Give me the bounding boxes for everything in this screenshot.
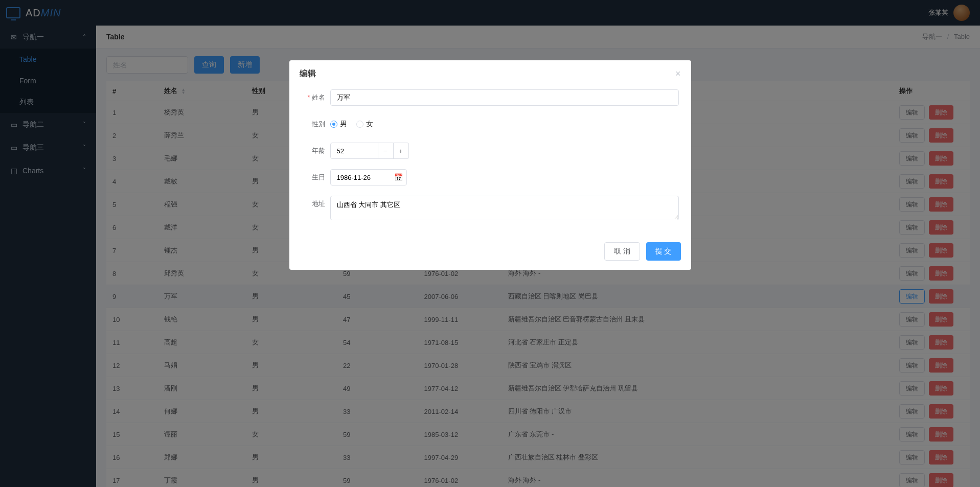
label-gender: 性别 — [302, 116, 330, 132]
submit-button[interactable]: 提 交 — [646, 242, 681, 261]
age-decrease-button[interactable]: − — [378, 143, 394, 159]
calendar-icon[interactable]: 📅 — [394, 173, 403, 181]
radio-male[interactable]: 男 — [330, 120, 347, 129]
label-age: 年龄 — [302, 143, 330, 159]
label-name: *姓名 — [302, 89, 330, 106]
radio-female[interactable]: 女 — [356, 120, 373, 129]
modal-overlay[interactable]: 编辑 × *姓名 性别 男 女 年龄 — [0, 0, 980, 487]
age-increase-button[interactable]: + — [394, 143, 409, 159]
label-addr: 地址 — [302, 196, 330, 212]
addr-field[interactable]: 山西省 大同市 其它区 — [330, 196, 679, 220]
age-field[interactable] — [330, 143, 378, 159]
dialog-title: 编辑 — [300, 68, 316, 79]
cancel-button[interactable]: 取 消 — [604, 242, 640, 261]
close-icon[interactable]: × — [675, 68, 681, 79]
edit-dialog: 编辑 × *姓名 性别 男 女 年龄 — [289, 60, 691, 270]
label-birth: 生日 — [302, 169, 330, 185]
name-field[interactable] — [330, 89, 679, 106]
